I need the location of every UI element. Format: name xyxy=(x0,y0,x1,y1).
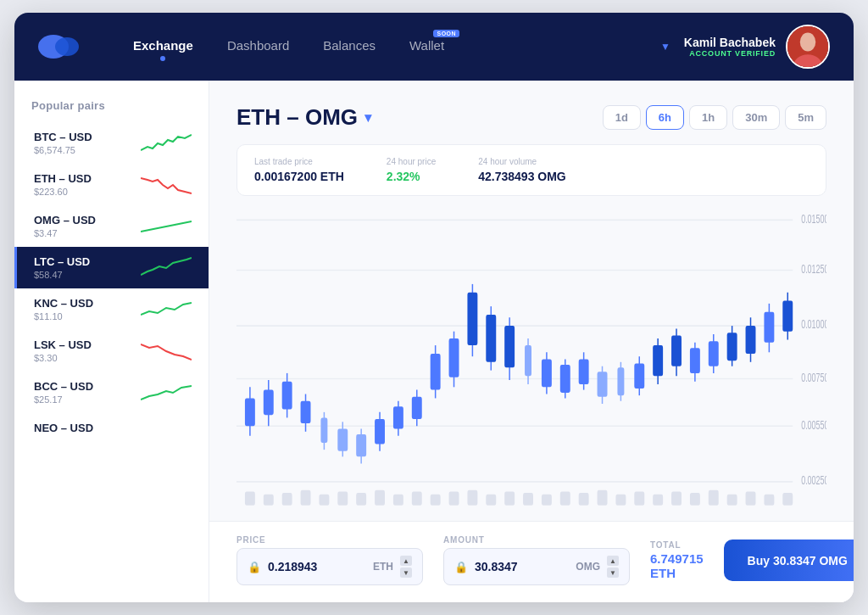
avatar-image xyxy=(787,26,828,67)
stat-24h-price-label: 24 hour price xyxy=(387,157,436,166)
svg-rect-43 xyxy=(709,490,719,506)
svg-rect-83 xyxy=(560,365,570,393)
pair-price: $6,574.75 xyxy=(34,145,92,155)
price-increment-btn[interactable]: ▲ xyxy=(400,556,412,566)
pair-price: $3.47 xyxy=(34,228,96,238)
user-status: ACCOUNT VERIFIED xyxy=(684,49,776,58)
svg-rect-51 xyxy=(264,390,274,416)
svg-rect-105 xyxy=(764,312,774,343)
buy-button[interactable]: Buy 30.8347 OMG → xyxy=(724,540,854,581)
stats-bar: Last trade price 0.00167200 ETH 24 hour … xyxy=(236,144,826,196)
user-name: Kamil Bachabek xyxy=(684,36,776,49)
avatar[interactable] xyxy=(786,25,830,69)
svg-rect-35 xyxy=(560,491,570,505)
nav-exchange[interactable]: Exchange xyxy=(133,38,193,56)
pair-name: ETH – USD xyxy=(34,172,92,185)
svg-rect-33 xyxy=(523,493,533,506)
svg-rect-95 xyxy=(671,336,682,366)
pair-item-ltc-usd[interactable]: LTC – USD $58.47 xyxy=(14,247,209,288)
pair-name: NEO – USD xyxy=(34,422,93,434)
svg-rect-45 xyxy=(746,491,756,505)
svg-rect-37 xyxy=(598,490,608,506)
svg-rect-18 xyxy=(245,491,255,505)
svg-rect-97 xyxy=(690,348,700,373)
mini-chart-eth xyxy=(141,173,192,197)
stat-last-trade-value: 0.00167200 ETH xyxy=(254,170,344,183)
svg-rect-31 xyxy=(486,495,496,506)
svg-rect-77 xyxy=(504,326,515,367)
amount-input[interactable]: 🔒 30.8347 OMG ▲ ▼ xyxy=(443,548,630,585)
stat-last-trade: Last trade price 0.00167200 ETH xyxy=(254,157,344,183)
lock-icon: 🔒 xyxy=(248,561,261,573)
time-btn-1h[interactable]: 1h xyxy=(689,105,727,130)
total-label: TOTAL xyxy=(650,540,704,550)
svg-rect-38 xyxy=(615,495,626,506)
time-btn-5m[interactable]: 5m xyxy=(785,105,826,130)
mini-chart-btc xyxy=(141,131,192,155)
amount-stepper[interactable]: ▲ ▼ xyxy=(607,556,619,578)
pair-price: $11.10 xyxy=(34,311,93,321)
pair-item-omg-usd[interactable]: OMG – USD $3.47 xyxy=(14,205,209,247)
svg-rect-71 xyxy=(449,338,459,377)
price-stepper[interactable]: ▲ ▼ xyxy=(400,556,412,578)
time-btn-1d[interactable]: 1d xyxy=(603,105,641,130)
pair-item-neo-usd[interactable]: NEO – USD xyxy=(14,413,209,444)
svg-rect-61 xyxy=(356,434,366,456)
svg-rect-22 xyxy=(319,495,329,506)
mini-chart-lsk xyxy=(141,339,192,363)
logo[interactable] xyxy=(38,31,82,62)
pair-title-dropdown-icon[interactable]: ▾ xyxy=(364,109,371,126)
svg-text:0.01250: 0.01250 xyxy=(801,261,826,276)
sidebar-title: Popular pairs xyxy=(14,81,209,122)
svg-rect-87 xyxy=(598,372,608,397)
svg-rect-19 xyxy=(264,495,274,506)
time-btn-30m[interactable]: 30m xyxy=(732,105,780,130)
nav-balances[interactable]: Balances xyxy=(323,38,376,56)
svg-rect-30 xyxy=(467,490,477,506)
lock-icon-amount: 🔒 xyxy=(454,561,468,573)
header: Exchange Dashboard Balances Wallet SOON … xyxy=(14,13,854,81)
svg-rect-85 xyxy=(579,360,589,385)
user-info: Kamil Bachabek ACCOUNT VERIFIED xyxy=(684,36,776,58)
pair-item-lsk-usd[interactable]: LSK – USD $3.30 xyxy=(14,330,209,372)
amount-increment-btn[interactable]: ▲ xyxy=(607,556,619,566)
pair-item-bcc-usd[interactable]: BCC – USD $25.17 xyxy=(14,372,209,413)
pair-price: $58.47 xyxy=(34,270,90,280)
svg-rect-29 xyxy=(449,491,459,505)
amount-currency: OMG xyxy=(576,561,600,573)
app-wrapper: Exchange Dashboard Balances Wallet SOON … xyxy=(14,13,854,602)
time-btn-6h[interactable]: 6h xyxy=(646,105,684,130)
mini-chart-knc xyxy=(141,298,192,321)
svg-rect-69 xyxy=(431,354,441,390)
nav-wallet[interactable]: Wallet SOON xyxy=(409,38,444,56)
dropdown-arrow-icon[interactable]: ▼ xyxy=(660,41,670,53)
body: Popular pairs BTC – USD $6,574.75 ETH – … xyxy=(14,81,854,602)
svg-rect-81 xyxy=(542,360,552,388)
nav-dashboard[interactable]: Dashboard xyxy=(227,38,289,56)
svg-rect-40 xyxy=(653,495,663,506)
amount-decrement-btn[interactable]: ▼ xyxy=(607,567,619,578)
svg-rect-57 xyxy=(320,417,327,443)
pair-price: $25.17 xyxy=(34,394,93,405)
svg-rect-44 xyxy=(727,495,737,506)
svg-rect-99 xyxy=(709,341,719,366)
svg-rect-63 xyxy=(375,419,385,444)
svg-rect-46 xyxy=(764,495,774,506)
pair-item-eth-usd[interactable]: ETH – USD $223.60 xyxy=(14,164,209,205)
mini-chart-omg xyxy=(141,215,192,238)
stat-last-trade-label: Last trade price xyxy=(254,157,344,166)
svg-rect-41 xyxy=(671,491,682,505)
price-input[interactable]: 🔒 0.218943 ETH ▲ ▼ xyxy=(236,548,423,585)
total-value: 6.749715 ETH xyxy=(650,551,704,580)
svg-rect-55 xyxy=(301,401,311,423)
order-form: PRICE 🔒 0.218943 ETH ▲ ▼ AMOUNT 🔒 xyxy=(209,521,854,602)
svg-rect-89 xyxy=(617,367,624,395)
sidebar: Popular pairs BTC – USD $6,574.75 ETH – … xyxy=(14,81,209,602)
pair-item-knc-usd[interactable]: KNC – USD $11.10 xyxy=(14,288,209,330)
svg-rect-75 xyxy=(486,315,496,362)
amount-value: 30.8347 xyxy=(475,560,569,573)
pair-item-btc-usd[interactable]: BTC – USD $6,574.75 xyxy=(14,122,209,164)
soon-badge: SOON xyxy=(433,30,459,37)
pair-name: OMG – USD xyxy=(34,214,96,226)
price-decrement-btn[interactable]: ▼ xyxy=(400,567,412,578)
